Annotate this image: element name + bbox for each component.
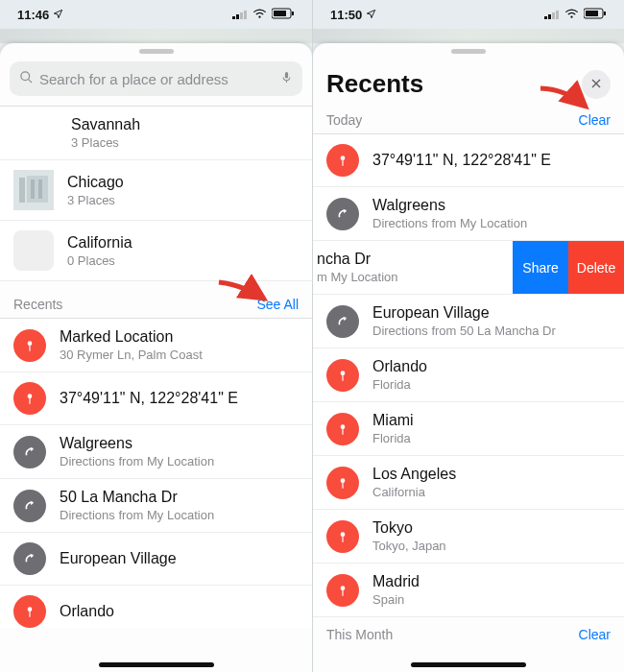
svg-point-37 — [341, 424, 346, 429]
cellular-icon — [232, 8, 248, 22]
guide-item[interactable]: California 0 Places — [0, 221, 312, 281]
directions-icon — [326, 198, 359, 230]
guide-item[interactable]: Savannah 3 Places — [0, 107, 312, 160]
search-sheet: Savannah 3 Places Chicago 3 Places Calif… — [0, 43, 312, 672]
guide-thumbnail — [13, 170, 54, 210]
guide-subtitle: 0 Places — [67, 253, 132, 268]
recent-item[interactable]: 37°49'11" N, 122°28'41" E — [0, 372, 312, 425]
recent-item-swiped[interactable]: ncha Dr m My Location Share Delete — [313, 241, 624, 295]
directions-icon — [13, 542, 46, 575]
directions-icon — [13, 490, 46, 522]
svg-point-35 — [341, 371, 346, 375]
svg-rect-10 — [285, 72, 288, 79]
svg-rect-29 — [586, 11, 598, 16]
location-services-icon — [53, 8, 63, 22]
clear-button[interactable]: Clear — [579, 627, 611, 642]
delete-button[interactable]: Delete — [568, 241, 624, 294]
recents-sheet: Recents Today Clear 37°49'11" N, 122°28'… — [313, 43, 624, 672]
cellular-icon — [544, 8, 560, 22]
recent-item[interactable]: Miami Florida — [313, 402, 624, 456]
recent-item[interactable]: Orlando — [0, 586, 312, 628]
recent-subtitle: Florida — [372, 377, 427, 392]
recent-title: European Village — [60, 550, 177, 567]
recent-subtitle: California — [372, 485, 456, 499]
svg-rect-7 — [292, 12, 294, 15]
recent-subtitle: Spain — [372, 592, 420, 607]
pin-icon — [326, 520, 359, 553]
location-services-icon — [366, 8, 376, 22]
sheet-grabber[interactable] — [451, 49, 486, 54]
svg-point-21 — [28, 607, 33, 612]
recent-title: 50 La Mancha Dr — [60, 489, 214, 506]
recent-item[interactable]: European Village — [0, 533, 312, 586]
recent-item[interactable]: Orlando Florida — [313, 348, 624, 402]
svg-rect-3 — [244, 11, 247, 19]
recent-item[interactable]: Walgreens Directions from My Location — [0, 425, 312, 479]
recent-item[interactable]: 50 La Mancha Dr Directions from My Locat… — [0, 479, 312, 533]
pin-icon — [326, 413, 359, 445]
status-time: 11:50 — [330, 8, 362, 22]
recent-title: Madrid — [372, 573, 420, 590]
recent-title: 37°49'11" N, 122°28'41" E — [60, 390, 238, 407]
recent-title: ncha Dr — [317, 251, 398, 268]
recent-title: European Village — [372, 304, 556, 322]
svg-point-8 — [21, 71, 30, 80]
directions-icon — [326, 305, 359, 338]
svg-rect-6 — [274, 11, 286, 16]
mic-icon[interactable] — [280, 69, 293, 89]
recent-item[interactable]: Los Angeles California — [313, 456, 624, 510]
search-input[interactable] — [39, 71, 275, 87]
svg-point-17 — [28, 341, 33, 346]
recent-subtitle: Florida — [372, 431, 414, 445]
today-label: Today — [326, 112, 362, 128]
guide-item[interactable]: Chicago 3 Places — [0, 160, 312, 221]
recents-header: Recents See All — [0, 281, 312, 318]
recent-item[interactable]: Walgreens Directions from My Location — [313, 187, 624, 241]
home-indicator[interactable] — [99, 662, 214, 667]
this-month-header: This Month Clear — [313, 617, 624, 648]
left-screenshot: 11:46 Savannah 3 Places — [0, 0, 312, 672]
svg-point-41 — [341, 532, 346, 537]
status-bar: 11:46 — [0, 0, 312, 29]
recent-title: Walgreens — [60, 435, 214, 452]
recent-item[interactable]: European Village Directions from 50 La M… — [313, 295, 624, 348]
pin-icon — [326, 359, 359, 392]
pin-icon — [326, 574, 359, 607]
svg-rect-26 — [556, 11, 559, 19]
recent-item[interactable]: 37°49'11" N, 122°28'41" E — [313, 134, 624, 187]
svg-rect-14 — [27, 176, 48, 203]
recent-title: 37°49'11" N, 122°28'41" E — [372, 152, 551, 169]
battery-icon — [272, 8, 295, 22]
svg-line-9 — [28, 79, 32, 83]
today-header: Today Clear — [313, 108, 624, 133]
clear-button[interactable]: Clear — [579, 112, 611, 128]
annotation-arrow — [536, 84, 593, 112]
svg-point-33 — [341, 156, 346, 160]
wifi-icon — [252, 8, 267, 22]
status-time: 11:46 — [17, 8, 49, 22]
recent-title: Marked Location — [60, 328, 203, 346]
svg-rect-23 — [544, 16, 547, 19]
pin-icon — [13, 382, 46, 415]
guide-title: Chicago — [67, 174, 124, 191]
recent-subtitle: 30 Rymer Ln, Palm Coast — [60, 348, 203, 362]
map-background — [0, 29, 312, 43]
sheet-grabber[interactable] — [139, 49, 174, 54]
map-background — [313, 29, 624, 43]
pin-icon — [326, 144, 359, 177]
pin-icon — [13, 329, 46, 362]
recent-item[interactable]: Madrid Spain — [313, 564, 624, 617]
battery-icon — [584, 8, 607, 22]
status-bar: 11:50 — [313, 0, 624, 29]
search-bar[interactable] — [10, 61, 302, 96]
home-indicator[interactable] — [411, 662, 526, 667]
directions-icon — [13, 436, 46, 468]
recent-title: Tokyo — [372, 519, 446, 537]
share-button[interactable]: Share — [513, 241, 568, 294]
svg-point-39 — [341, 478, 346, 483]
recent-subtitle: Tokyo, Japan — [372, 539, 446, 553]
recent-item[interactable]: Marked Location 30 Rymer Ln, Palm Coast — [0, 319, 312, 372]
recent-item[interactable]: Tokyo Tokyo, Japan — [313, 510, 624, 564]
recent-title: Orlando — [60, 603, 114, 620]
svg-rect-0 — [232, 16, 235, 19]
